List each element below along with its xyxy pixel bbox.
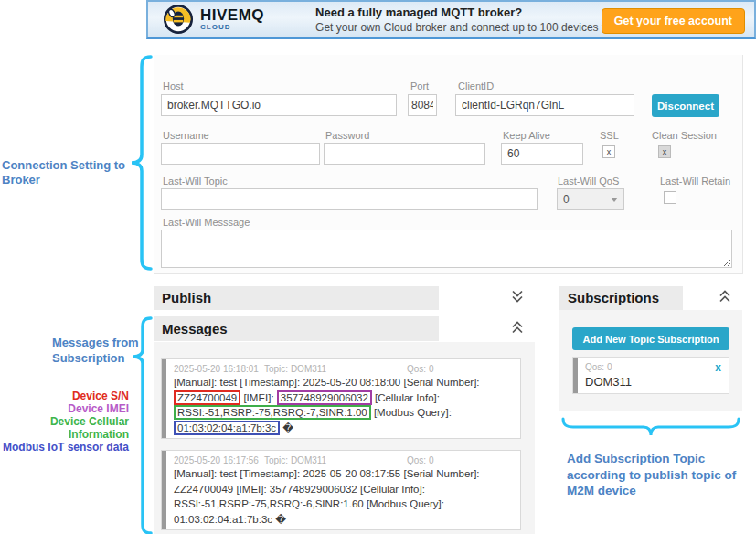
annotation-device-imei: Device IMEI — [0, 402, 129, 415]
message-timestamp: 2025-05-20 16:17:56 — [174, 455, 259, 465]
imei-highlight: 357748929006032 — [277, 390, 372, 405]
subscription-brace-annotation — [560, 414, 741, 440]
message-meta: 2025-05-20 16:18:01 Topic: DOM311 Qos: 0 — [162, 359, 520, 374]
brand-name: HIVEMQ — [200, 7, 264, 23]
username-label: Username — [163, 130, 209, 141]
ssl-checkbox[interactable]: x — [602, 145, 615, 158]
message-qos: Qos: 0 — [407, 364, 433, 374]
keep-alive-input[interactable] — [501, 143, 583, 165]
message-body: [Manual]: test [Timestamp]: 2025-05-20 0… — [162, 465, 520, 527]
port-input[interactable] — [408, 94, 437, 116]
client-id-input[interactable] — [455, 94, 634, 116]
cellular-info-highlight: RSSI:-51,RSRP:-75,RSRQ:-7,SINR:1.00 — [174, 405, 371, 420]
message-card: 2025-05-20 16:18:01 Topic: DOM311 Qos: 0… — [161, 358, 521, 439]
connection-brace-annotation — [129, 54, 154, 272]
double-chevron-down-icon — [509, 289, 526, 304]
subscriptions-collapse-control[interactable] — [717, 289, 733, 308]
message-meta: 2025-05-20 16:17:56 Topic: DOM311 Qos: 0 — [162, 451, 520, 465]
keep-alive-label: Keep Alive — [503, 130, 550, 141]
message-topic: Topic: DOM311 — [264, 364, 326, 374]
connection-panel: Host Port ClientID Disconnect Username P… — [154, 55, 743, 274]
banner-subline: Get your own Cloud broker and connect up… — [315, 21, 639, 34]
last-will-topic-input[interactable] — [161, 188, 538, 210]
serial-number-highlight: ZZ24700049 — [174, 390, 240, 405]
message-line: RSSI:-51,RSRP:-75,RSRQ:-7,SINR:1.00 [Mod… — [174, 405, 513, 421]
messages-title: Messages — [154, 316, 535, 341]
message-card: 2025-05-20 16:17:56 Topic: DOM311 Qos: 0… — [161, 450, 521, 530]
annotation-add-subscription-topic: Add Subscription Topic according to publ… — [567, 451, 750, 499]
message-line: 01:03:02:04:a1:7b:3c � — [174, 512, 513, 528]
message-topic: Topic: DOM311 — [264, 455, 326, 465]
password-label: Password — [325, 130, 369, 141]
last-will-topic-label: Last-Will Topic — [163, 176, 228, 187]
modbus-data-highlight: 01:03:02:04:a1:7b:3c — [174, 421, 280, 435]
annotation-device-cellular: Device Cellular Information — [0, 415, 129, 441]
message-line: ZZ24700049 [IMEI]: 357748929006032 [Cell… — [174, 482, 513, 497]
message-timestamp: 2025-05-20 16:18:01 — [174, 364, 259, 374]
annotation-messages-from-subscription: Messages from Subscription — [52, 335, 144, 366]
message-line: ZZ24700049 [IMEI]: 357748929006032 [Cell… — [174, 390, 513, 406]
add-new-topic-subscription-button[interactable]: Add New Topic Subscription — [572, 327, 729, 350]
message-line: RSSI:-51,RSRP:-75,RSRQ:-6,SINR:1.60 [Mod… — [174, 497, 513, 512]
disconnect-button[interactable]: Disconnect — [652, 94, 719, 117]
double-chevron-up-icon — [509, 319, 526, 335]
message-line: 01:03:02:04:a1:7b:3c � — [174, 421, 513, 436]
subscriptions-panel: Add New Topic Subscription Qos: 0 x DOM3… — [559, 310, 742, 411]
host-input[interactable] — [161, 94, 397, 116]
get-free-account-button[interactable]: Get your free account — [602, 8, 745, 34]
clean-session-checkbox[interactable]: x — [658, 145, 671, 158]
message-qos: Qos: 0 — [407, 455, 433, 465]
dropdown-caret-icon — [611, 198, 618, 202]
hivemq-bee-icon — [163, 4, 194, 35]
clean-session-label: Clean Session — [652, 130, 717, 141]
last-will-qos-label: Last-Will QoS — [558, 176, 619, 187]
subscriptions-header: Subscriptions — [559, 286, 742, 310]
subscription-item: Qos: 0 x DOM311 — [572, 357, 729, 394]
subscription-left-bar — [573, 358, 578, 393]
last-will-qos-value: 0 — [563, 193, 570, 206]
banner-headline: Need a fully managed MQTT broker? — [315, 5, 639, 19]
host-label: Host — [163, 80, 184, 91]
port-label: Port — [410, 80, 429, 91]
annotation-device-sn: Device S/N — [0, 390, 129, 402]
publish-title: Publish — [154, 286, 535, 310]
password-input[interactable] — [324, 143, 485, 165]
publish-header: Publish — [154, 286, 535, 310]
remove-subscription-button[interactable]: x — [715, 361, 721, 374]
ssl-label: SSL — [600, 130, 619, 141]
message-body: [Manual]: test [Timestamp]: 2025-05-20 0… — [162, 374, 520, 435]
messages-brace-annotation — [131, 315, 154, 534]
subscription-qos: Qos: 0 — [585, 362, 612, 372]
brand-sub: CLOUD — [200, 24, 264, 31]
subscription-topic: DOM311 — [585, 375, 632, 389]
last-will-message-textarea[interactable] — [161, 230, 732, 268]
message-line: [Manual]: test [Timestamp]: 2025-05-20 0… — [174, 466, 513, 482]
messages-list: 2025-05-20 16:18:01 Topic: DOM311 Qos: 0… — [154, 342, 535, 534]
double-chevron-up-icon — [717, 289, 733, 304]
last-will-message-label: Last-Will Messsage — [163, 217, 250, 228]
message-line: [Manual]: test [Timestamp]: 2025-05-20 0… — [174, 375, 513, 390]
last-will-qos-select[interactable]: 0 — [557, 188, 624, 210]
last-will-retain-checkbox[interactable] — [664, 191, 676, 204]
username-input[interactable] — [161, 143, 320, 165]
messages-header: Messages — [154, 316, 535, 341]
page: HIVEMQ CLOUD Need a fully managed MQTT b… — [0, 0, 756, 534]
annotation-color-labels: Device S/N Device IMEI Device Cellular I… — [0, 390, 129, 454]
subscriptions-title: Subscriptions — [559, 286, 742, 310]
last-will-retain-label: Last-Will Retain — [660, 176, 730, 187]
client-id-label: ClientID — [458, 80, 494, 91]
annotation-connection-setting: Connection Setting to Broker — [2, 158, 130, 187]
hivemq-logo[interactable]: HIVEMQ CLOUD — [163, 4, 264, 35]
annotation-modbus-data: Modbus IoT sensor data — [0, 441, 129, 454]
publish-expand-control[interactable] — [509, 289, 526, 308]
hivemq-ad-banner: HIVEMQ CLOUD Need a fully managed MQTT b… — [146, 0, 756, 39]
messages-collapse-control[interactable] — [509, 319, 526, 338]
